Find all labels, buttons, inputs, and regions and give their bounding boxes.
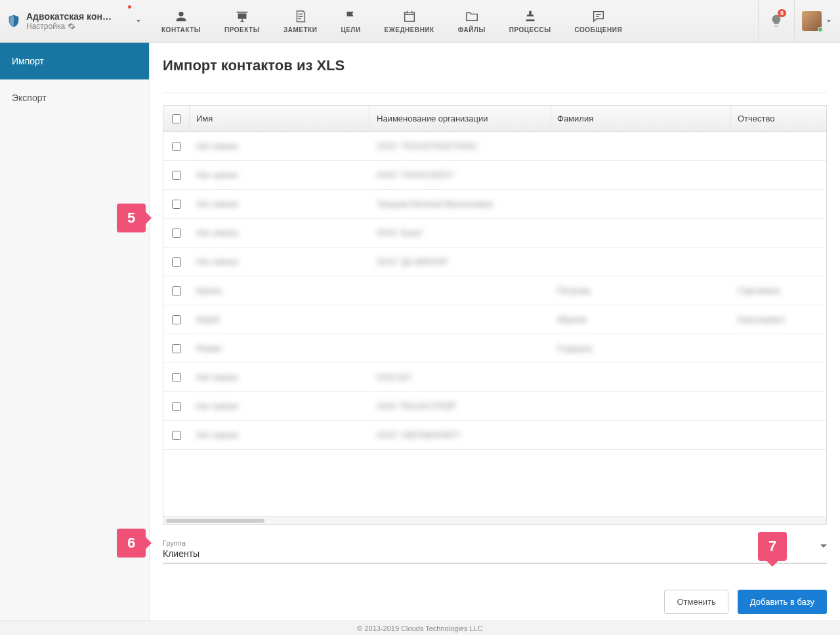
row-checkbox-cell [163,219,190,247]
callout-7: 7 [758,532,787,561]
group-label: Группа [163,539,827,547]
workspace-selector[interactable]: Адвокатская кон… Настройка [0,0,150,42]
scrollbar-thumb[interactable] [166,519,264,523]
divider [163,93,827,93]
note-icon [293,9,308,24]
table-row[interactable]: Нет имениООО "ТРАНСЛИГА" [163,161,826,190]
row-checkbox-cell [163,132,190,160]
nav-processes[interactable]: ПРОЦЕССЫ [497,0,563,42]
row-checkbox[interactable] [172,257,181,267]
chat-icon [591,9,606,24]
workspace-subtitle: Настройка [26,22,134,31]
cell-patronymic [731,334,826,362]
table-header: Имя Наименование организации Фамилия Отч… [163,106,826,132]
th-lastname[interactable]: Фамилия [551,106,731,131]
row-checkbox-cell [163,421,190,449]
cell-lastname [551,363,731,391]
gear-icon [68,22,75,30]
status-online-icon [818,27,823,32]
row-checkbox[interactable] [172,286,181,296]
nav-messages[interactable]: СООБЩЕНИЯ [562,0,634,42]
table-row[interactable]: ЮрийИвановНиколаевич [163,305,826,334]
cell-name: Нет имени [190,161,370,189]
cell-name: Нет имени [190,190,370,218]
cell-name: Роман [190,334,370,362]
cell-name: Ирина [190,276,370,305]
nav-files[interactable]: ФАЙЛЫ [446,0,497,42]
table-row[interactable]: Нет имениООО "ТЕХНОТЕКСТИЛЬ" [163,132,826,161]
row-checkbox-cell [163,392,190,420]
row-checkbox[interactable] [172,373,181,382]
cell-lastname [551,421,731,449]
notifications-button[interactable]: 8 [758,0,794,42]
th-org[interactable]: Наименование организации [370,106,551,131]
row-checkbox-cell [163,363,190,391]
shield-icon [7,12,21,30]
cell-org: ООО "Банк" [370,219,551,247]
row-checkbox[interactable] [172,344,181,353]
table-row[interactable]: Нет имениООО "РЕАЛСТРОЙ" [163,392,826,421]
table-row[interactable]: Нет имениООО "ДА-ВИНЧИ" [163,248,826,276]
th-checkbox[interactable] [163,106,190,131]
row-checkbox[interactable] [172,142,181,151]
nav-daily[interactable]: ЕЖЕДНЕВНИК [373,0,446,42]
sidebar-item-import[interactable]: Импорт [0,43,149,79]
cell-name: Юрий [190,305,370,334]
row-checkbox[interactable] [172,229,181,238]
row-checkbox[interactable] [172,200,181,209]
row-checkbox[interactable] [172,402,181,411]
cell-lastname [551,132,731,160]
nav-projects[interactable]: ПРОЕКТЫ [213,0,272,42]
cell-patronymic [731,161,826,189]
group-select[interactable]: Группа Клиенты [163,538,827,563]
table-row[interactable]: РоманСидоров [163,334,826,363]
presentation-icon [235,9,249,24]
nav-notes[interactable]: ЗАМЕТКИ [272,0,329,42]
cell-patronymic [731,219,826,247]
cell-org: ООО ЕП [370,363,551,391]
caret-down-icon [820,544,827,548]
table-row[interactable]: Нет имениТкацкая Евгения Васильевна [163,190,826,219]
table-row[interactable]: ИринаПетроваСергеевна [163,276,826,305]
cell-lastname: Сидоров [551,334,731,362]
cell-lastname [551,248,731,276]
cell-lastname [551,161,731,189]
row-checkbox-cell [163,276,190,305]
cell-patronymic: Сергеевна [731,276,826,305]
avatar [802,11,822,31]
row-checkbox-cell [163,248,190,276]
nav-goals[interactable]: ЦЕЛИ [329,0,372,42]
table-row[interactable]: Нет имениООО "АВТОМАРКЕТ" [163,421,826,450]
table-row[interactable]: Нет имениООО "Банк" [163,219,826,248]
row-checkbox-cell [163,190,190,218]
workspace-info: Адвокатская кон… Настройка [26,11,134,31]
cell-name: Нет имени [190,219,370,247]
workspace-name: Адвокатская кон… [26,11,134,22]
sidebar-item-export[interactable]: Экспорт [0,79,149,116]
horizontal-scrollbar[interactable] [163,516,826,524]
row-checkbox[interactable] [172,315,181,324]
submit-button[interactable]: Добавить в базу [738,590,827,614]
cell-org: ООО "РЕАЛСТРОЙ" [370,392,551,420]
chevron-down-icon [134,16,143,26]
user-menu[interactable] [794,0,840,42]
stamp-icon [523,9,537,24]
cell-lastname: Иванов [551,305,731,334]
select-all-checkbox[interactable] [172,114,181,123]
cell-patronymic [731,132,826,160]
th-name[interactable]: Имя [190,106,370,131]
row-checkbox-cell [163,305,190,334]
row-checkbox[interactable] [172,431,181,440]
cancel-button[interactable]: Отменить [664,590,728,614]
row-checkbox[interactable] [172,171,181,180]
topbar-right: 8 [758,0,840,42]
table-row[interactable]: Нет имениООО ЕП [163,363,826,392]
topbar: Адвокатская кон… Настройка КОНТАКТЫ ПРОЕ… [0,0,840,43]
nav-contacts[interactable]: КОНТАКТЫ [150,0,213,42]
main-nav: КОНТАКТЫ ПРОЕКТЫ ЗАМЕТКИ ЦЕЛИ ЕЖЕДНЕВНИК… [150,0,758,42]
cell-org: ООО "ДА-ВИНЧИ" [370,248,551,276]
th-patronymic[interactable]: Отчество [731,106,826,131]
cell-lastname [551,392,731,420]
cell-name: Нет имени [190,392,370,420]
page-title: Импорт контактов из XLS [163,57,827,74]
